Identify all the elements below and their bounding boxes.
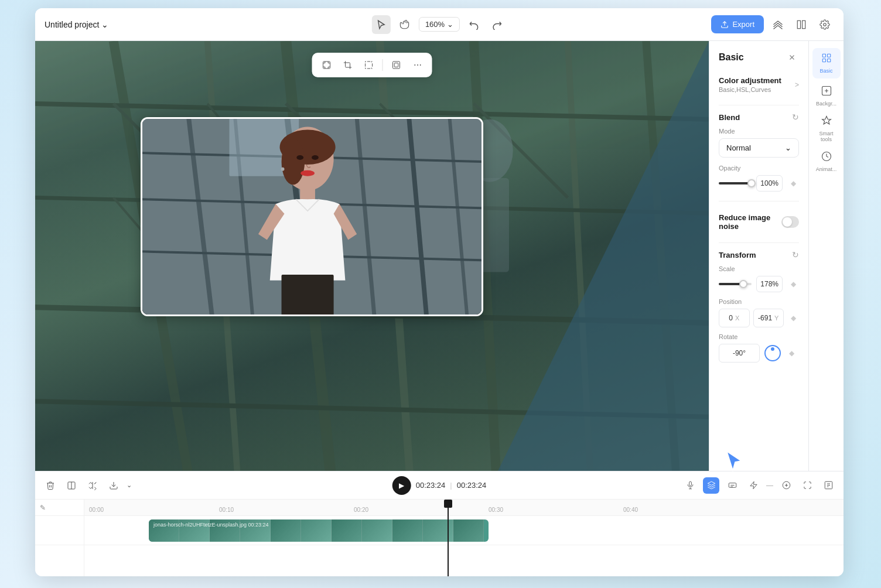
toolbar: Untitled project ⌄ 160% ⌄ xyxy=(35,8,844,41)
opacity-keyframe-button[interactable]: ◆ xyxy=(787,177,799,189)
side-nav-item-animate[interactable]: Animat... xyxy=(812,146,841,177)
blend-mode-select[interactable]: Normal ⌄ xyxy=(719,138,799,158)
caption-button[interactable] xyxy=(724,477,740,494)
blend-reset-button[interactable]: ↻ xyxy=(792,112,799,122)
animate-icon xyxy=(821,151,832,165)
side-nav-item-basic[interactable]: Basic xyxy=(812,48,841,78)
panel-close-button[interactable] xyxy=(785,50,799,64)
color-adjustment-header[interactable]: Color adjustment Basic,HSL,Curves > xyxy=(719,74,799,95)
opacity-row: 100% ◆ xyxy=(719,175,799,192)
position-y-field[interactable]: -691 Y xyxy=(753,309,784,327)
rotate-label: Rotate xyxy=(719,333,799,340)
svg-point-48 xyxy=(281,167,285,171)
scale-slider[interactable] xyxy=(719,283,752,285)
more-button[interactable]: ⋯ xyxy=(409,56,426,74)
zoom-value: 160% xyxy=(425,20,445,29)
fit-screen-button[interactable] xyxy=(318,56,336,74)
rotate-value: -90° xyxy=(733,349,746,357)
select-tool-button[interactable] xyxy=(372,15,391,34)
svg-rect-60 xyxy=(689,481,691,486)
redo-button[interactable] xyxy=(488,15,507,34)
scale-keyframe-button[interactable]: ◆ xyxy=(787,278,799,290)
svg-rect-53 xyxy=(822,59,825,62)
blend-section: Blend ↻ Mode Normal ⌄ Opacity xyxy=(719,112,799,192)
canvas-area[interactable]: ⋯ xyxy=(35,41,709,471)
side-nav-item-background[interactable]: Backgr... xyxy=(812,81,841,111)
opacity-slider[interactable] xyxy=(719,182,752,184)
layout-button[interactable] xyxy=(792,15,811,34)
svg-rect-51 xyxy=(822,54,825,57)
ruler-tick-3: 00:30 xyxy=(489,507,503,513)
side-nav-label-basic: Basic xyxy=(819,68,832,74)
play-button[interactable]: ▶ xyxy=(392,476,411,495)
export-label: Export xyxy=(732,20,754,29)
thumb-11 xyxy=(453,519,484,542)
svg-rect-44 xyxy=(282,275,334,314)
microphone-button[interactable] xyxy=(682,477,698,494)
split-button[interactable] xyxy=(63,477,80,494)
position-x-field[interactable]: 0 X xyxy=(719,309,750,327)
rotate-row: -90° ◆ xyxy=(719,344,799,363)
add-track-button[interactable] xyxy=(778,477,794,494)
x-label: X xyxy=(735,314,739,322)
video-track[interactable]: jonas-horsch-nl2UHFtetzE-unsplash.jpg 00… xyxy=(149,519,489,542)
blend-title: Blend xyxy=(719,113,740,122)
time-divider: | xyxy=(450,481,452,490)
rotate-keyframe-button[interactable]: ◆ xyxy=(786,347,797,359)
transform-header: Transform ↻ xyxy=(719,250,799,259)
track-row: jonas-horsch-nl2UHFtetzE-unsplash.jpg 00… xyxy=(84,516,844,545)
mode-label: Mode xyxy=(719,128,799,135)
toolbar-right: Export xyxy=(711,15,834,34)
side-nav-label-smart-tools: Smart tools xyxy=(815,131,838,142)
project-title-text: Untitled project xyxy=(45,20,99,29)
timeline-main[interactable]: 00:00 00:10 00:20 00:30 00:40 xyxy=(84,500,844,576)
position-row: 0 X -691 Y ◆ xyxy=(719,309,799,327)
track-edit-icon[interactable]: ✎ xyxy=(40,504,46,512)
floating-image-card[interactable] xyxy=(141,117,483,316)
speed-minus: — xyxy=(766,481,773,490)
pan-tool-button[interactable] xyxy=(395,15,414,34)
more-timeline-button[interactable] xyxy=(820,477,836,494)
scale-row: 178% ◆ xyxy=(719,276,799,292)
blend-header: Blend ↻ xyxy=(719,112,799,122)
expand-button[interactable] xyxy=(799,477,815,494)
rotate-value-field[interactable]: -90° xyxy=(719,344,760,363)
export-button[interactable]: Export xyxy=(711,15,764,33)
timeline-playhead[interactable] xyxy=(448,500,449,576)
ruler-tick-2: 00:20 xyxy=(354,507,368,513)
opacity-label: Opacity xyxy=(719,165,799,172)
download-chevron[interactable]: ⌄ xyxy=(127,481,132,489)
position-keyframe-button[interactable]: ◆ xyxy=(787,312,799,324)
transform-reset-button[interactable]: ↻ xyxy=(792,250,799,259)
svg-rect-1 xyxy=(797,20,800,29)
svg-marker-25 xyxy=(498,41,709,471)
content-area: ⋯ xyxy=(35,41,844,471)
timeline-area: ⌄ ▶ 00:23:24 | 00:23:24 xyxy=(35,471,844,576)
color-adjustment-subtitle: Basic,HSL,Curves xyxy=(719,86,781,93)
svg-point-45 xyxy=(296,155,303,160)
speed-button[interactable] xyxy=(745,477,762,494)
track-label: jonas-horsch-nl2UHFtetzE-unsplash.jpg 00… xyxy=(153,522,269,528)
project-title[interactable]: Untitled project ⌄ xyxy=(45,20,108,29)
side-nav-item-smart-tools[interactable]: Smart tools xyxy=(812,114,841,144)
playback-controls: ▶ 00:23:24 | 00:23:24 xyxy=(392,476,487,495)
svg-point-3 xyxy=(824,23,827,26)
delete-button[interactable] xyxy=(42,477,59,494)
svg-rect-28 xyxy=(394,63,398,67)
rotate-dial[interactable] xyxy=(764,345,781,361)
undo-button[interactable] xyxy=(465,15,483,34)
download-button[interactable] xyxy=(105,477,122,494)
layers-button[interactable] xyxy=(769,15,787,34)
settings-button[interactable] xyxy=(815,15,834,34)
reduce-noise-toggle[interactable] xyxy=(781,216,800,228)
transform-section: Transform ↻ Scale 178% ◆ Positi xyxy=(719,250,799,363)
frame-button[interactable] xyxy=(388,56,405,74)
mirror-button[interactable] xyxy=(84,477,101,494)
color-adjustment-section: Color adjustment Basic,HSL,Curves > xyxy=(719,74,799,95)
svg-point-46 xyxy=(312,155,319,160)
zoom-control[interactable]: 160% ⌄ xyxy=(419,17,460,32)
crop-button[interactable] xyxy=(339,56,357,74)
ai-button[interactable] xyxy=(703,477,719,494)
transform-button[interactable] xyxy=(360,56,378,74)
timeline-tracks: ✎ 00:00 00:10 00:20 00:30 00:40 xyxy=(35,500,844,576)
